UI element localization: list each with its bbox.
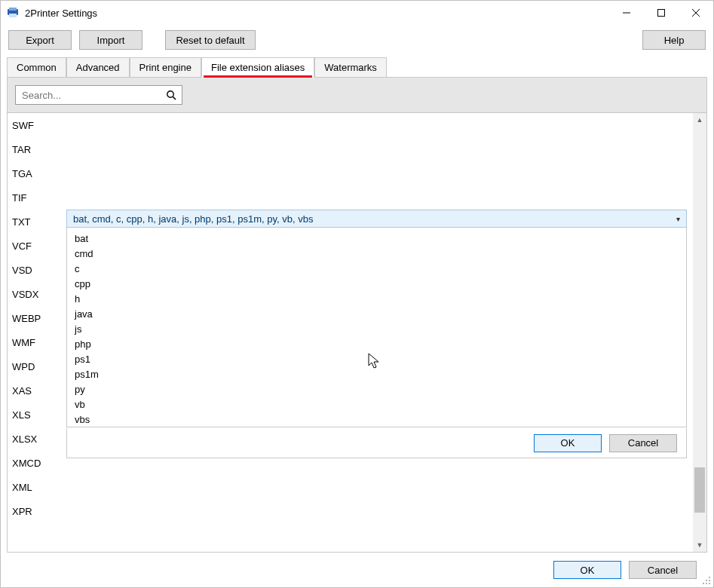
alias-item[interactable]: cmd <box>75 246 686 261</box>
extension-column: SWF TAR TGA TIF TXT VCF VSD VSDX WEBP WM… <box>8 113 66 552</box>
detail-column: bat, cmd, c, cpp, h, java, js, php, ps1,… <box>66 113 706 552</box>
vertical-scrollbar[interactable]: ▲ ▼ <box>693 113 706 552</box>
maximize-button[interactable] <box>644 1 679 25</box>
app-icon <box>7 7 19 19</box>
svg-point-14 <box>709 583 710 584</box>
search-bar <box>7 78 707 113</box>
ext-row-vcf[interactable]: VCF <box>8 234 66 258</box>
tab-file-extension-aliases[interactable]: File extension aliases <box>201 57 314 78</box>
ext-row-xas[interactable]: XAS <box>8 378 66 403</box>
tab-print-engine[interactable]: Print engine <box>130 57 201 78</box>
alias-item[interactable]: php <box>75 336 686 351</box>
ext-row-swf[interactable]: SWF <box>8 113 66 137</box>
toolbar: Export Import Reset to default Help <box>1 25 713 55</box>
ext-row-tga[interactable]: TGA <box>8 161 66 185</box>
svg-point-11 <box>709 580 710 581</box>
alias-item[interactable]: vbs <box>75 412 686 427</box>
alias-item[interactable]: vb <box>75 397 686 412</box>
search-input-wrap <box>15 85 182 105</box>
svg-rect-4 <box>658 10 665 17</box>
ext-row-txt[interactable]: TXT <box>8 210 66 234</box>
alias-item[interactable]: h <box>75 291 686 306</box>
settings-window: 2Printer Settings Export Import Reset to… <box>0 0 714 588</box>
import-button[interactable]: Import <box>79 30 142 50</box>
ext-row-wpd[interactable]: WPD <box>8 354 66 378</box>
alias-item[interactable]: c <box>75 261 686 276</box>
resize-grip-icon[interactable] <box>700 574 711 585</box>
search-icon[interactable] <box>165 89 177 101</box>
alias-item[interactable]: py <box>75 381 686 397</box>
tab-advanced[interactable]: Advanced <box>66 57 130 78</box>
svg-point-7 <box>167 91 173 97</box>
alias-item[interactable]: java <box>75 306 686 321</box>
ext-row-vsdx[interactable]: VSDX <box>8 282 66 306</box>
scroll-up-icon[interactable]: ▲ <box>693 113 706 127</box>
export-button[interactable]: Export <box>8 30 72 50</box>
ext-row-xml[interactable]: XML <box>8 475 66 499</box>
alias-item[interactable]: bat <box>75 231 686 246</box>
ext-row-tar[interactable]: TAR <box>8 137 66 161</box>
active-tab-indicator <box>204 75 312 78</box>
ext-row-xlsx[interactable]: XLSX <box>8 427 66 451</box>
ext-row-xmcd[interactable]: XMCD <box>8 451 66 475</box>
ext-row-tif[interactable]: TIF <box>8 185 66 210</box>
tab-bar: Common Advanced Print engine File extens… <box>1 55 713 78</box>
ext-row-webp[interactable]: WEBP <box>8 306 66 330</box>
alias-item[interactable]: ps1 <box>75 351 686 366</box>
tab-common[interactable]: Common <box>7 57 66 78</box>
svg-point-13 <box>706 583 707 584</box>
txt-alias-list: bat cmd c cpp h java js php ps1 ps1m py … <box>66 228 687 427</box>
help-button[interactable]: Help <box>642 30 706 50</box>
svg-point-12 <box>703 583 704 584</box>
ext-row-xpr[interactable]: XPR <box>8 499 66 523</box>
content-area: SWF TAR TGA TIF TXT VCF VSD VSDX WEBP WM… <box>7 113 707 553</box>
alias-cancel-button[interactable]: Cancel <box>609 434 677 452</box>
scroll-down-icon[interactable]: ▼ <box>693 538 706 552</box>
svg-point-9 <box>709 577 710 578</box>
dialog-footer: OK Cancel <box>1 553 713 587</box>
ext-row-vsd[interactable]: VSD <box>8 258 66 282</box>
alias-item[interactable]: ps1m <box>75 366 686 381</box>
svg-line-8 <box>173 96 176 100</box>
chevron-down-icon: ▾ <box>676 215 680 223</box>
dialog-cancel-button[interactable]: Cancel <box>629 561 697 579</box>
txt-alias-summary: bat, cmd, c, cpp, h, java, js, php, ps1,… <box>73 213 313 225</box>
window-title: 2Printer Settings <box>25 8 609 19</box>
alias-item[interactable]: cpp <box>75 276 686 291</box>
tab-watermarks[interactable]: Watermarks <box>314 57 387 78</box>
scroll-thumb[interactable] <box>694 467 705 513</box>
titlebar: 2Printer Settings <box>1 1 713 25</box>
dialog-ok-button[interactable]: OK <box>553 561 621 579</box>
close-button[interactable] <box>679 1 713 25</box>
search-input[interactable] <box>20 89 165 102</box>
alias-panel-footer: OK Cancel <box>66 428 687 458</box>
minimize-button[interactable] <box>609 1 644 25</box>
svg-rect-1 <box>9 8 17 11</box>
txt-alias-dropdown[interactable]: bat, cmd, c, cpp, h, java, js, php, ps1,… <box>66 210 687 228</box>
ext-row-wmf[interactable]: WMF <box>8 330 66 354</box>
window-controls <box>609 1 713 25</box>
ext-row-xls[interactable]: XLS <box>8 403 66 427</box>
alias-ok-button[interactable]: OK <box>534 434 602 452</box>
svg-point-10 <box>706 580 707 581</box>
svg-rect-2 <box>9 14 17 17</box>
reset-button[interactable]: Reset to default <box>165 30 256 50</box>
alias-item[interactable]: js <box>75 321 686 336</box>
